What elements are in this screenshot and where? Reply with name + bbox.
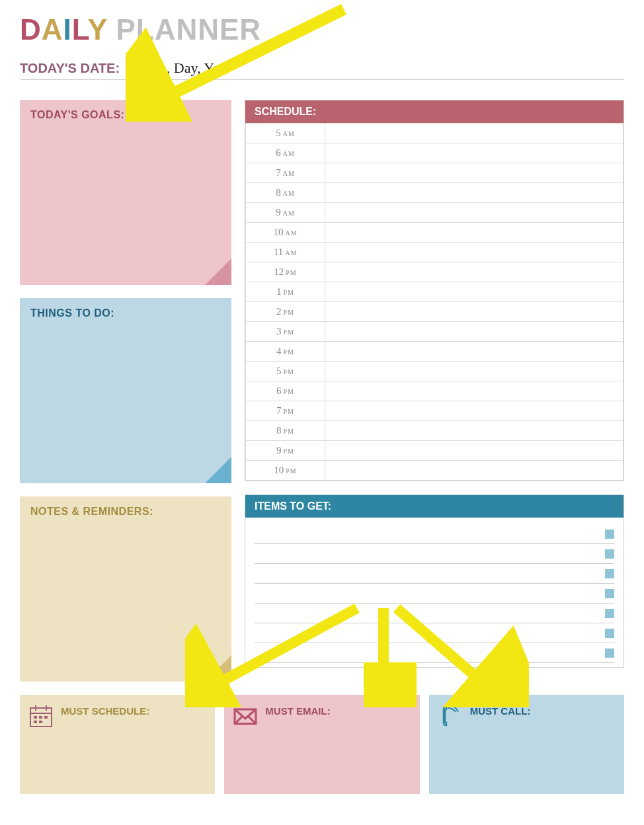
must-schedule-box[interactable]: MUST SCHEDULE:: [20, 695, 215, 794]
goals-box[interactable]: TODAY'S GOALS:: [20, 100, 231, 285]
schedule-time: 7AM: [246, 163, 325, 183]
schedule-slot[interactable]: [325, 342, 624, 362]
schedule-slot[interactable]: [325, 223, 624, 243]
schedule-time: 8PM: [246, 421, 325, 441]
checkbox-icon[interactable]: [605, 530, 614, 539]
schedule-row[interactable]: 4PM: [246, 342, 624, 362]
svg-rect-6: [44, 716, 48, 719]
svg-rect-7: [34, 721, 37, 723]
items-box: ITEMS TO GET:: [245, 494, 624, 668]
checkbox-icon[interactable]: [605, 549, 614, 559]
schedule-slot[interactable]: [325, 362, 624, 381]
checkbox-icon[interactable]: [605, 629, 614, 638]
schedule-row[interactable]: 10AM: [246, 223, 624, 243]
svg-line-11: [248, 716, 256, 724]
schedule-slot[interactable]: [325, 183, 624, 203]
schedule-slot[interactable]: [325, 401, 624, 421]
schedule-slot[interactable]: [325, 143, 624, 163]
schedule-row[interactable]: 7PM: [246, 401, 624, 421]
todo-header: THINGS TO DO:: [30, 307, 221, 319]
phone-icon: [437, 703, 463, 729]
item-line[interactable]: [255, 584, 614, 604]
schedule-time: 5AM: [246, 124, 325, 143]
schedule-row[interactable]: 8PM: [246, 421, 624, 441]
todo-box[interactable]: THINGS TO DO:: [20, 298, 231, 483]
fold-corner-icon: [205, 258, 231, 285]
schedule-time: 3PM: [246, 322, 325, 342]
schedule-slot[interactable]: [325, 163, 624, 183]
schedule-row[interactable]: 5AM: [246, 124, 624, 143]
checkbox-icon[interactable]: [605, 609, 614, 618]
notes-box[interactable]: NOTES & REMINDERS:: [20, 496, 231, 682]
item-line[interactable]: [255, 604, 614, 623]
schedule-row[interactable]: 12PM: [246, 262, 624, 282]
schedule-row[interactable]: 5PM: [246, 362, 624, 381]
fold-corner-icon: [205, 655, 231, 682]
item-line[interactable]: [255, 623, 614, 643]
schedule-slot[interactable]: [325, 262, 624, 282]
item-line[interactable]: [255, 524, 614, 544]
schedule-time: 5PM: [246, 362, 325, 381]
schedule-time: 6AM: [246, 143, 325, 163]
svg-line-10: [235, 716, 243, 724]
schedule-time: 11AM: [246, 243, 325, 262]
schedule-time: 9AM: [246, 203, 325, 223]
items-header: ITEMS TO GET:: [245, 495, 624, 518]
date-value[interactable]: Month, Day, Year: [128, 59, 231, 77]
schedule-row[interactable]: 9AM: [246, 203, 624, 223]
schedule-time: 8AM: [246, 183, 325, 203]
item-line[interactable]: [255, 643, 614, 663]
fold-corner-icon: [205, 457, 231, 483]
schedule-time: 9PM: [246, 441, 325, 461]
schedule-table: 5AM6AM7AM8AM9AM10AM11AM12PM1PM2PM3PM4PM5…: [245, 123, 624, 481]
date-row: TODAY'S DATE: Month, Day, Year: [20, 59, 624, 80]
schedule-slot[interactable]: [325, 203, 624, 223]
schedule-row[interactable]: 6PM: [246, 381, 624, 401]
schedule-row[interactable]: 11AM: [246, 243, 624, 262]
notes-header: NOTES & REMINDERS:: [30, 506, 221, 518]
goals-header: TODAY'S GOALS:: [30, 109, 221, 121]
item-line[interactable]: [255, 564, 614, 584]
must-schedule-label: MUST SCHEDULE:: [61, 705, 149, 717]
schedule-slot[interactable]: [325, 302, 624, 322]
checkbox-icon[interactable]: [605, 589, 614, 598]
schedule-header: SCHEDULE:: [245, 100, 624, 123]
schedule-slot[interactable]: [325, 381, 624, 401]
checkbox-icon[interactable]: [605, 648, 614, 658]
schedule-time: 10PM: [246, 461, 325, 481]
schedule-slot[interactable]: [325, 322, 624, 342]
date-label: TODAY'S DATE:: [20, 61, 120, 76]
checkbox-icon[interactable]: [605, 569, 614, 578]
schedule-time: 1PM: [246, 282, 325, 302]
schedule-row[interactable]: 9PM: [246, 441, 624, 461]
schedule-slot[interactable]: [325, 421, 624, 441]
schedule-row[interactable]: 3PM: [246, 322, 624, 342]
must-call-box[interactable]: MUST CALL:: [429, 695, 624, 794]
schedule-row[interactable]: 8AM: [246, 183, 624, 203]
schedule-row[interactable]: 2PM: [246, 302, 624, 322]
schedule-row[interactable]: 1PM: [246, 282, 624, 302]
schedule-slot[interactable]: [325, 243, 624, 262]
svg-rect-4: [34, 716, 37, 719]
schedule-box: SCHEDULE: 5AM6AM7AM8AM9AM10AM11AM12PM1PM…: [245, 100, 624, 481]
schedule-slot[interactable]: [325, 282, 624, 302]
schedule-time: 10AM: [246, 223, 325, 243]
must-call-label: MUST CALL:: [470, 705, 531, 717]
calendar-icon: [28, 703, 54, 729]
schedule-time: 7PM: [246, 401, 325, 421]
page-title: DAILY PLANNER: [20, 13, 624, 46]
schedule-slot[interactable]: [325, 124, 624, 143]
schedule-row[interactable]: 6AM: [246, 143, 624, 163]
schedule-time: 12PM: [246, 262, 325, 282]
svg-rect-8: [39, 721, 42, 723]
schedule-slot[interactable]: [325, 461, 624, 481]
must-email-box[interactable]: MUST EMAIL:: [224, 695, 419, 794]
svg-rect-5: [39, 716, 42, 719]
schedule-time: 4PM: [246, 342, 325, 362]
item-line[interactable]: [255, 544, 614, 564]
must-email-label: MUST EMAIL:: [265, 705, 330, 717]
schedule-row[interactable]: 7AM: [246, 163, 624, 183]
schedule-time: 2PM: [246, 302, 325, 322]
schedule-row[interactable]: 10PM: [246, 461, 624, 481]
schedule-slot[interactable]: [325, 441, 624, 461]
